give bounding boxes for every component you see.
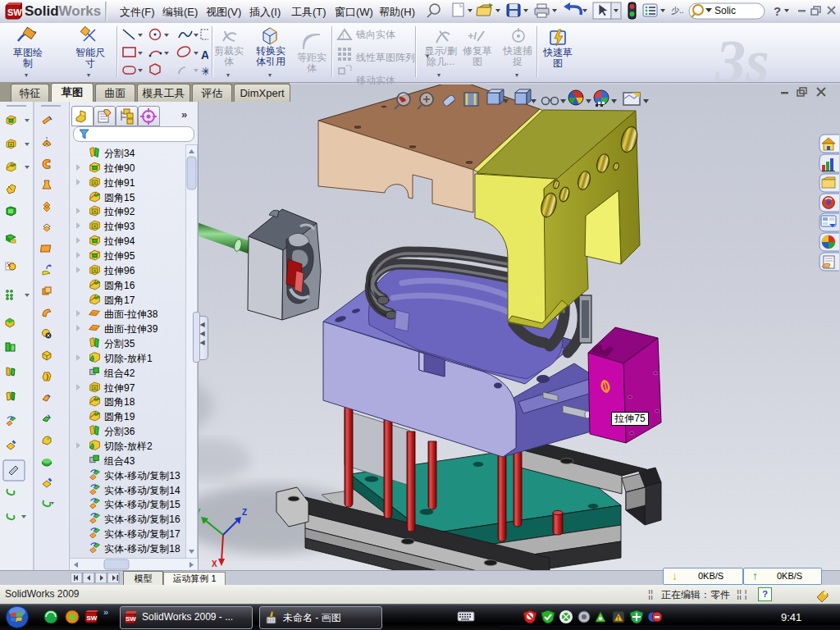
svg-text:!: ! xyxy=(342,32,345,40)
svg-text:SW: SW xyxy=(126,615,136,623)
svg-text:?: ? xyxy=(774,4,781,18)
svg-text:SW: SW xyxy=(7,7,22,17)
svg-text:X: X xyxy=(212,559,217,568)
svg-text:少..: 少.. xyxy=(671,6,684,15)
svg-text:✳: ✳ xyxy=(201,65,208,78)
svg-text:3s: 3s xyxy=(714,28,769,82)
svg-text:!: ! xyxy=(618,615,619,621)
svg-text:SW: SW xyxy=(87,614,98,622)
svg-text:Solic: Solic xyxy=(714,5,736,16)
svg-text:A: A xyxy=(201,48,208,62)
svg-text:9:41: 9:41 xyxy=(781,611,801,623)
svg-text:Z: Z xyxy=(242,508,247,517)
svg-text:»: » xyxy=(103,607,108,617)
svg-text:+/: +/ xyxy=(468,30,477,42)
